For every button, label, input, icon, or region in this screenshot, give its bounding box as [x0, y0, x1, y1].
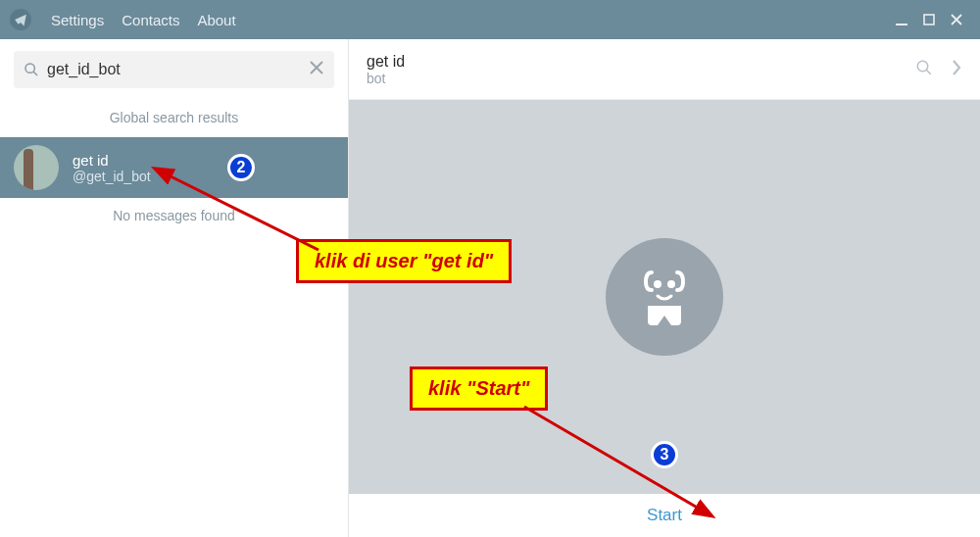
search-result-get-id[interactable]: get id @get_id_bot — [0, 137, 348, 198]
svg-point-2 — [25, 64, 34, 73]
close-button[interactable] — [943, 6, 970, 33]
chat-header: get id bot — [349, 39, 980, 100]
result-handle: @get_id_bot — [73, 169, 151, 184]
bot-face-icon — [630, 263, 699, 331]
svg-line-3 — [33, 72, 37, 75]
bot-avatar — [606, 238, 723, 356]
annotation-callout-2: klik "Start" — [410, 366, 548, 411]
search-icon — [24, 62, 39, 77]
minimize-button[interactable] — [888, 6, 915, 33]
svg-point-4 — [917, 61, 928, 72]
chat-search-icon[interactable] — [915, 59, 933, 80]
telegram-icon — [10, 9, 31, 30]
chat-subtitle: bot — [367, 71, 405, 86]
no-messages-label: No messages found — [0, 198, 348, 235]
chat-title: get id — [367, 53, 405, 71]
search-input[interactable] — [39, 61, 309, 78]
svg-point-6 — [654, 280, 662, 288]
annotation-badge-3: 3 — [651, 441, 678, 468]
result-name: get id — [73, 152, 151, 169]
start-button[interactable]: Start — [647, 506, 682, 525]
svg-rect-0 — [896, 24, 907, 25]
svg-line-5 — [926, 70, 931, 74]
chat-body — [349, 100, 980, 494]
menu-settings[interactable]: Settings — [51, 12, 104, 28]
chat-more-icon[interactable] — [951, 59, 962, 80]
svg-point-7 — [667, 280, 675, 288]
menu-contacts[interactable]: Contacts — [122, 12, 179, 28]
sidebar: Global search results get id @get_id_bot… — [0, 39, 349, 537]
global-search-header: Global search results — [0, 100, 348, 137]
annotation-callout-1: klik di user "get id" — [296, 239, 512, 283]
menu-about[interactable]: About — [197, 12, 235, 28]
search-box[interactable] — [14, 51, 334, 88]
maximize-button[interactable] — [915, 6, 943, 33]
clear-search-icon[interactable] — [309, 60, 324, 80]
titlebar: Settings Contacts About — [0, 0, 980, 39]
annotation-badge-2: 2 — [227, 154, 255, 181]
svg-rect-1 — [924, 15, 934, 24]
chat-footer: Start — [349, 494, 980, 537]
result-avatar — [14, 145, 59, 190]
